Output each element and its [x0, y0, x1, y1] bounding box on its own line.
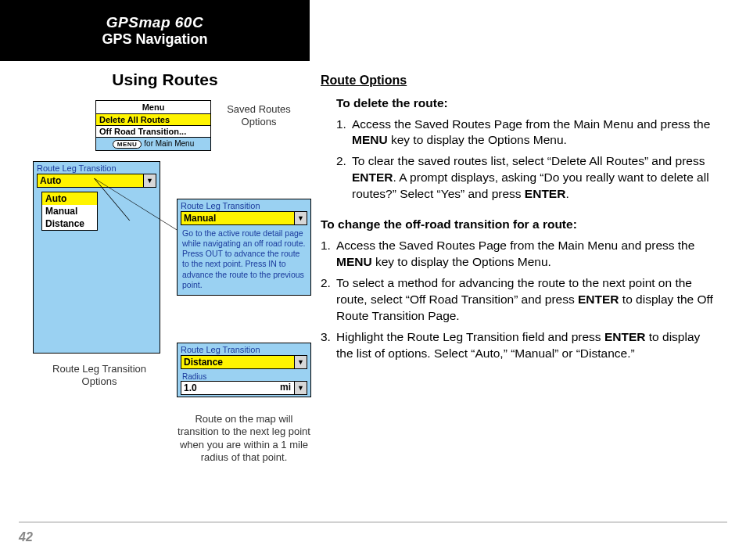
step-text: To clear the saved routes list, select “…: [352, 153, 716, 203]
list-item: 2.To clear the saved routes list, select…: [336, 153, 716, 203]
dropdown-icon[interactable]: ▼: [294, 382, 307, 394]
transition-option-list: Auto Manual Distance: [41, 192, 98, 231]
route-leg-transition-manual-panel: Route Leg Transition Manual ▼ Go to the …: [177, 199, 311, 296]
change-transition-subheading: To change the off-road transition for a …: [321, 217, 716, 233]
right-column: Route Options To delete the route: 1.Acc…: [321, 72, 716, 376]
transition-field-distance[interactable]: Distance ▼: [181, 355, 307, 369]
list-item: 3.Highlight the Route Leg Transition fie…: [321, 329, 716, 362]
callout-radius-explanation: Route on the map will transition to the …: [174, 413, 314, 464]
list-item: 1.Access the Saved Routes Page from the …: [336, 117, 716, 149]
dropdown-icon[interactable]: ▼: [143, 174, 156, 187]
radius-unit: mi: [280, 382, 294, 394]
option-manual[interactable]: Manual: [42, 205, 97, 217]
transition-value: Distance: [181, 356, 294, 368]
transition-value: Auto: [38, 174, 143, 187]
saved-routes-options-menu: Menu Delete All Routes Off Road Transiti…: [95, 100, 211, 151]
route-leg-transition-distance-panel: Route Leg Transition Distance ▼ Radius 1…: [177, 343, 311, 397]
footer-rule: [19, 522, 727, 522]
delete-route-steps: 1.Access the Saved Routes Page from the …: [336, 117, 716, 203]
header-section: GPS Navigation: [0, 31, 310, 48]
menu-item-off-road-transition[interactable]: Off Road Transition...: [96, 125, 210, 137]
callout-route-leg-transition-options: Route Leg Transition Options: [41, 363, 158, 389]
radius-value: 1.0: [181, 382, 280, 394]
panel-title: Route Leg Transition: [178, 343, 310, 355]
list-item: 1.Access the Saved Routes Page from the …: [321, 238, 716, 271]
delete-route-subheading: To delete the route:: [336, 95, 716, 112]
callout-saved-routes: Saved Routes Options: [216, 103, 302, 129]
panel-title: Route Leg Transition: [178, 199, 310, 211]
step-text: Highlight the Route Leg Transition field…: [336, 329, 716, 362]
options-menu-title: Menu: [96, 101, 210, 113]
page-number: 42: [19, 530, 33, 544]
section-subtitle: Using Routes: [28, 70, 302, 89]
dropdown-icon[interactable]: ▼: [294, 212, 307, 224]
options-menu-footer-text: for Main Menu: [144, 139, 194, 148]
panel-title: Route Leg Transition: [34, 162, 160, 174]
route-options-heading: Route Options: [321, 72, 716, 89]
menu-key-pill: MENU: [113, 140, 142, 149]
transition-field-manual[interactable]: Manual ▼: [181, 211, 307, 225]
left-column: Using Routes Menu Delete All Routes Off …: [28, 70, 302, 507]
manual-description: Go to the active route detail page while…: [178, 227, 310, 295]
step-text: To select a method for advancing the rou…: [336, 275, 716, 325]
menu-item-delete-all-routes[interactable]: Delete All Routes: [96, 113, 210, 125]
transition-value: Manual: [181, 212, 294, 224]
header-model: GPSmap 60C: [0, 14, 310, 31]
list-item: 2.To select a method for advancing the r…: [321, 275, 716, 325]
step-text: Access the Saved Routes Page from the Ma…: [352, 117, 716, 149]
radius-field[interactable]: 1.0 mi ▼: [181, 381, 307, 395]
options-menu-footer: MENUfor Main Menu: [96, 137, 210, 150]
header-band: GPSmap 60C GPS Navigation: [0, 0, 310, 61]
dropdown-icon[interactable]: ▼: [294, 356, 307, 368]
change-transition-steps: 1.Access the Saved Routes Page from the …: [321, 238, 716, 361]
radius-label: Radius: [178, 371, 310, 381]
route-leg-transition-auto-panel: Route Leg Transition Auto ▼ Auto Manual …: [33, 161, 160, 354]
figure-area: Menu Delete All Routes Off Road Transiti…: [28, 100, 302, 507]
step-text: Access the Saved Routes Page from the Ma…: [336, 238, 716, 271]
option-distance[interactable]: Distance: [42, 217, 97, 230]
option-auto[interactable]: Auto: [42, 192, 97, 205]
